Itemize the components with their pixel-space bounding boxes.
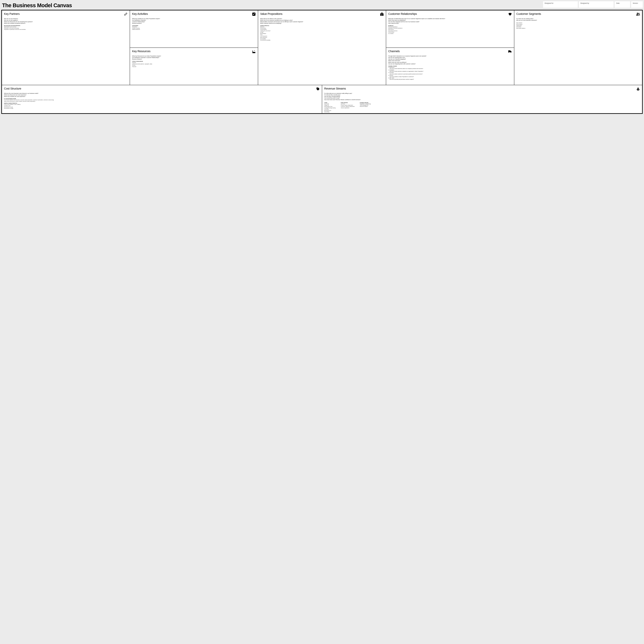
subhead: Categories [132,25,256,26]
block-key-resources: Key Resources What Key Resources do our … [130,48,258,85]
block-value-propositions: Value Propositions What value do we deli… [258,10,386,85]
svg-text:$: $ [638,89,639,90]
truck-icon [508,50,512,53]
block-title: Key Resources [132,50,150,53]
factory-icon [252,50,256,53]
block-title: Revenue Streams [324,87,346,90]
heart-icon [508,12,512,16]
block-revenue-streams: Revenue Streams $ For what value are our… [322,85,642,113]
questions: What value do we deliver to the customer… [260,18,384,24]
subhead: Motivations for partnerships [4,25,128,26]
date-box: Date: [615,1,630,8]
link-icon [124,12,128,16]
people-icon [636,12,640,16]
item-list: Asset sale Usage fee Subscription Fees L… [324,103,336,113]
block-key-activities: Key Activities What Key Activities do ou… [130,10,258,48]
designed-by-box: Designed by: [579,1,614,8]
block-key-partners: Key Partners Who are our Key Partners? W… [2,10,130,85]
gift-icon [380,12,384,16]
item-list: Mass Market Niche Market Segmented Diver… [516,22,640,29]
questions: Through which Channels do our Customer S… [388,55,512,65]
subhead: Types [324,102,336,103]
item-list: Optimization and economy Reduction of ri… [4,26,128,30]
questions: For whom are we creating value? Who are … [516,18,640,21]
block-title: Customer Segments [516,12,541,16]
version-box: Version: [631,1,643,8]
questions: What Key Resources do our Value Proposit… [132,55,256,60]
subhead: Examples [388,25,512,26]
item-list: Personal assistance Dedicated Personal A… [388,26,512,34]
header: The Business Model Canvas Designed for: … [1,1,643,9]
subhead: Is your business more [4,98,320,99]
subhead: Sample characteristics [4,103,320,104]
designed-for-box: Designed for: [543,1,578,8]
meta-boxes: Designed for: Designed by: Date: Version… [543,1,643,8]
subhead: Types of resources [132,61,256,62]
block-title: Key Activities [132,12,148,16]
block-customer-segments: Customer Segments For whom are we creati… [514,10,642,85]
block-title: Cost Structure [4,87,21,90]
subhead: Dynamic pricing [360,102,371,103]
item-list: Fixed Costs (salaries, rents, utilities)… [4,104,320,109]
block-title: Customer Relationships [388,12,417,16]
checkbox-icon [252,12,256,16]
item-list: Physical Intellectual (brand patents, co… [132,62,256,67]
phase-list: 1. AwarenessHow do we raise awareness ab… [388,67,512,80]
canvas-grid: Key Partners Who are our Key Partners? W… [1,10,643,114]
subhead: Characteristics [260,25,384,26]
questions: What are the most important costs inhere… [4,93,320,97]
revenue-columns: Types Asset sale Usage fee Subscription … [324,101,640,113]
questions: What type of relationship does each of o… [388,18,512,24]
block-title: Key Partners [4,12,20,16]
item-list: Negotiation (bargaining) Yield Managemen… [360,103,371,107]
block-title: Channels [388,50,400,53]
subhead: Fixed pricing [341,102,355,103]
questions: For what value are our customers really … [324,93,640,100]
block-channels: Channels Through which Channels do our C… [386,48,514,85]
subhead: Channel phases [388,66,512,67]
item-list: Production Problem Solving Platform/Netw… [132,26,256,30]
moneybag-icon: $ [636,87,640,91]
block-cost-structure: Cost Structure What are the most importa… [2,85,322,113]
block-customer-relationships: Customer Relationships What type of rela… [386,10,514,48]
questions: Who are our Key Partners? Who are our ke… [4,18,128,24]
item-list: Newness Performance Customization "Getti… [260,26,384,41]
block-title: Value Propositions [260,12,282,16]
item-list: List Price Product feature dependent Cus… [341,103,355,109]
item-list: Cost Driven (leanest cost structure, low… [4,99,320,102]
page-title: The Business Model Canvas [1,1,72,9]
questions: What Key Activities do our Value Proposi… [132,18,256,24]
tag-icon [316,87,320,91]
